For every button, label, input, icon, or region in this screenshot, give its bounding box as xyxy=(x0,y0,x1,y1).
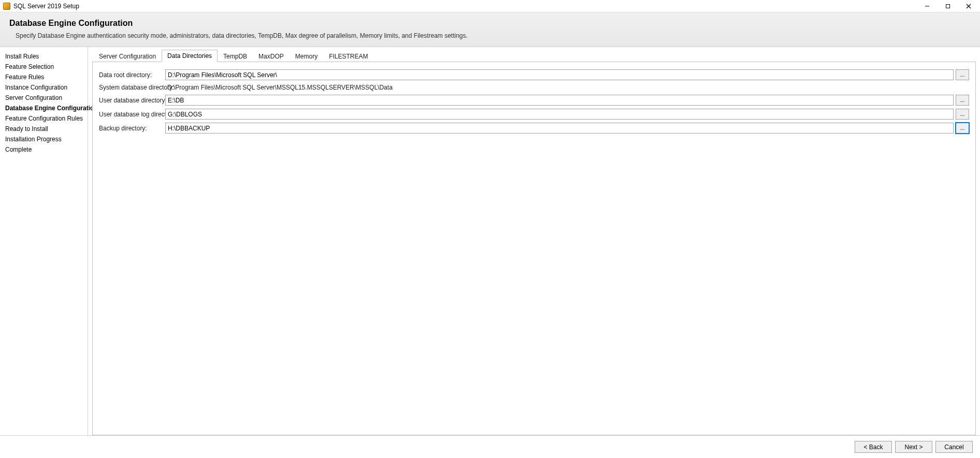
tab-data-directories[interactable]: Data Directories xyxy=(162,50,218,62)
body: Install RulesFeature SelectionFeature Ru… xyxy=(0,47,980,435)
sidebar-step-1[interactable]: Feature Selection xyxy=(5,62,82,72)
input-data-root[interactable] xyxy=(165,69,954,80)
label-user-db: User database directory: xyxy=(99,97,165,104)
sidebar-step-8[interactable]: Installation Progress xyxy=(5,134,82,144)
maximize-button[interactable] xyxy=(938,1,958,12)
next-button[interactable]: Next > xyxy=(895,441,932,453)
row-user-db: User database directory: ... xyxy=(99,95,969,106)
page-header: Database Engine Configuration Specify Da… xyxy=(0,12,980,47)
sidebar-step-7[interactable]: Ready to Install xyxy=(5,124,82,134)
row-data-root: Data root directory: ... xyxy=(99,69,969,80)
browse-user-db-button[interactable]: ... xyxy=(956,95,969,106)
minimize-icon xyxy=(925,4,930,9)
sidebar-step-4[interactable]: Server Configuration xyxy=(5,93,82,103)
browse-user-db-log-button[interactable]: ... xyxy=(956,109,969,120)
sidebar-step-9[interactable]: Complete xyxy=(5,144,82,155)
back-button[interactable]: < Back xyxy=(855,441,892,453)
row-user-db-log: User database log directory: ... xyxy=(99,109,969,120)
value-system-db: D:\Program Files\Microsoft SQL Server\MS… xyxy=(165,83,395,92)
close-icon xyxy=(966,4,971,9)
sidebar-step-2[interactable]: Feature Rules xyxy=(5,72,82,82)
cancel-button[interactable]: Cancel xyxy=(935,441,973,453)
sidebar-step-0[interactable]: Install Rules xyxy=(5,51,82,62)
app-window: SQL Server 2019 Setup Database Engine Co… xyxy=(0,0,980,458)
sidebar: Install RulesFeature SelectionFeature Ru… xyxy=(0,47,88,435)
row-backup: Backup directory: ... xyxy=(99,123,969,134)
row-system-db: System database directory: D:\Program Fi… xyxy=(99,83,969,92)
window-title: SQL Server 2019 Setup xyxy=(13,3,79,10)
tab-server-configuration[interactable]: Server Configuration xyxy=(93,50,162,62)
label-user-db-log: User database log directory: xyxy=(99,111,165,118)
footer: < Back Next > Cancel xyxy=(0,435,980,458)
tab-memory[interactable]: Memory xyxy=(290,50,323,62)
page-title: Database Engine Configuration xyxy=(9,19,971,28)
sidebar-step-6[interactable]: Feature Configuration Rules xyxy=(5,113,82,124)
tab-maxdop[interactable]: MaxDOP xyxy=(253,50,290,62)
maximize-icon xyxy=(945,4,950,9)
sidebar-step-3[interactable]: Instance Configuration xyxy=(5,82,82,93)
input-backup[interactable] xyxy=(165,123,954,134)
label-data-root: Data root directory: xyxy=(99,71,165,79)
sidebar-step-5[interactable]: Database Engine Configuration xyxy=(5,103,82,113)
app-icon xyxy=(3,3,10,10)
tabstrip: Server ConfigurationData DirectoriesTemp… xyxy=(92,49,976,62)
label-backup: Backup directory: xyxy=(99,125,165,132)
input-user-db[interactable] xyxy=(165,95,954,106)
tab-tempdb[interactable]: TempDB xyxy=(218,50,253,62)
svg-rect-1 xyxy=(946,4,950,8)
browse-backup-button[interactable]: ... xyxy=(956,123,969,134)
close-button[interactable] xyxy=(958,1,979,12)
tab-content-data-directories: Data root directory: ... System database… xyxy=(92,62,976,435)
page-subtitle: Specify Database Engine authentication s… xyxy=(16,32,971,39)
main-panel: Server ConfigurationData DirectoriesTemp… xyxy=(88,47,980,435)
title-bar: SQL Server 2019 Setup xyxy=(0,0,980,12)
tab-filestream[interactable]: FILESTREAM xyxy=(323,50,373,62)
browse-data-root-button[interactable]: ... xyxy=(956,69,969,80)
input-user-db-log[interactable] xyxy=(165,109,954,120)
label-system-db: System database directory: xyxy=(99,84,165,91)
minimize-button[interactable] xyxy=(917,1,938,12)
